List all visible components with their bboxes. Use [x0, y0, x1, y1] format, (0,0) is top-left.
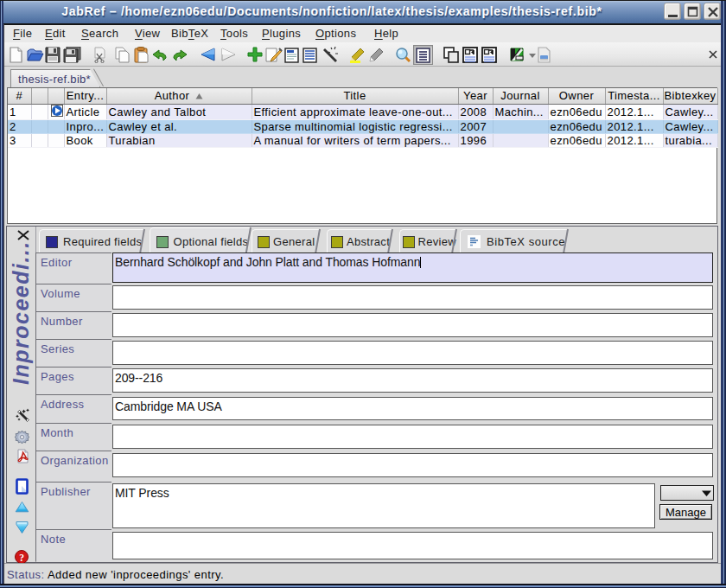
svg-text:?: ?: [19, 553, 24, 563]
